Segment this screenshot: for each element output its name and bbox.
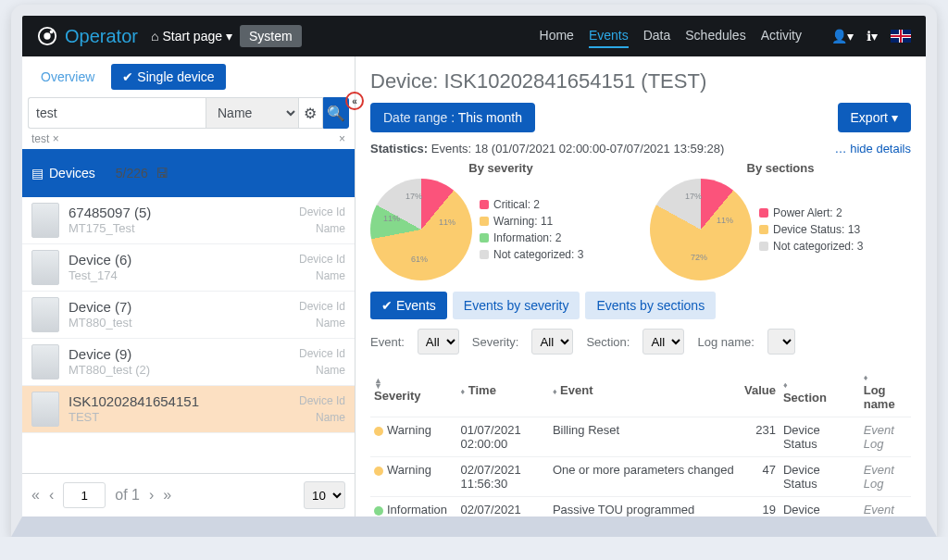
search-field-select[interactable]: Name: [206, 97, 298, 129]
chart-sections-title: By sections: [650, 161, 911, 175]
device-row[interactable]: Device (6)Test_174Device IdName: [22, 244, 355, 292]
device-thumb: [31, 392, 59, 427]
home-icon: ⌂: [151, 29, 158, 44]
legend-label: Warning: 11: [493, 215, 553, 228]
tab-events-by-severity[interactable]: Events by severity: [453, 292, 580, 319]
legend-swatch: [480, 217, 489, 226]
device-row[interactable]: ISK10202841654151TESTDevice IdName: [22, 386, 355, 433]
table-row[interactable]: Warning02/07/2021 11:56:30One or more pa…: [370, 457, 911, 497]
device-row[interactable]: Device (9)MT880_test (2)Device IdName: [22, 339, 355, 386]
filter-logname-select[interactable]: [767, 329, 795, 355]
gear-icon: ⚙: [304, 105, 317, 122]
tab-single-device[interactable]: ✔ Single device: [111, 64, 225, 90]
flag-uk-icon[interactable]: [891, 30, 911, 43]
device-name-label: Name: [316, 317, 345, 330]
tab-events[interactable]: ✔ Events: [370, 292, 447, 319]
filter-chip[interactable]: test ×: [31, 132, 59, 145]
tab-overview[interactable]: Overview: [30, 64, 106, 90]
nav-home[interactable]: Home: [540, 24, 574, 48]
main-nav: HomeEventsDataSchedulesActivity: [540, 24, 802, 48]
device-row[interactable]: 67485097 (5)MT175_TestDevice IdName: [22, 197, 355, 244]
export-label: Export: [851, 110, 888, 125]
devices-panel-header: ▤ Devices 5/226 🖫: [22, 149, 355, 197]
legend-swatch: [480, 200, 489, 209]
devices-panel-title: Devices: [49, 166, 95, 180]
check-icon: ✔: [122, 69, 133, 84]
tab-single-label: Single device: [137, 69, 214, 84]
legend-label: Not categorized: 3: [773, 240, 863, 253]
settings-button[interactable]: ⚙: [298, 97, 324, 129]
chart-severity-title: By severity: [370, 161, 631, 175]
col-section[interactable]: ♦Section: [780, 364, 860, 417]
date-range-button[interactable]: Date range : This month: [370, 103, 535, 132]
devices-list: 67485097 (5)MT175_TestDevice IdNameDevic…: [22, 197, 355, 473]
brand-logo: Operator: [37, 26, 138, 47]
topbar: Operator ⌂ Start page ▾ System HomeEvent…: [22, 16, 926, 56]
col-value[interactable]: Value: [741, 364, 780, 417]
device-sub: Test_174: [69, 268, 290, 283]
legend-swatch: [759, 208, 768, 218]
system-button[interactable]: System: [240, 25, 302, 47]
device-name-label: Name: [316, 364, 345, 377]
collapse-highlight[interactable]: «: [345, 92, 364, 110]
user-menu[interactable]: 👤▾: [831, 29, 854, 44]
device-row[interactable]: Device (7)MT880_testDevice IdName: [22, 292, 355, 339]
list-icon: ▤: [31, 166, 44, 180]
start-page-menu[interactable]: ⌂ Start page ▾: [151, 29, 232, 44]
info-menu[interactable]: ℹ▾: [867, 29, 878, 44]
tab-events-by-sections[interactable]: Events by sections: [585, 292, 716, 319]
pie-label: 72%: [691, 253, 707, 262]
device-sub: MT175_Test: [69, 221, 290, 236]
tab-events-label: Events: [396, 298, 436, 313]
legend-item: Information: 2: [480, 231, 583, 244]
filter-event-label: Event:: [370, 335, 405, 349]
date-range-label: Date range :: [383, 110, 455, 125]
pie-label: 11%: [439, 218, 455, 227]
legend-item: Device Status: 13: [759, 223, 863, 236]
legend-item: Not categorized: 3: [480, 248, 583, 261]
page-last-button[interactable]: »: [163, 487, 171, 504]
search-input[interactable]: [28, 97, 206, 129]
save-icon[interactable]: 🖫: [156, 166, 168, 180]
col-event[interactable]: ♦ Event: [549, 364, 741, 417]
device-id-label: Device Id: [299, 253, 345, 266]
nav-events[interactable]: Events: [589, 24, 629, 48]
table-row[interactable]: Warning01/07/2021 02:00:00Billing Reset2…: [370, 417, 911, 457]
table-row[interactable]: Information02/07/2021 11:56:31Passive TO…: [370, 497, 911, 517]
col-log[interactable]: ♦Log name: [860, 364, 911, 417]
page-input[interactable]: [63, 482, 106, 508]
legend-item: Warning: 11: [480, 215, 583, 228]
caret-down-icon: ▾: [226, 29, 232, 44]
filter-logname-label: Log name:: [697, 335, 754, 349]
device-sub: MT880_test (2): [69, 363, 290, 378]
device-thumb: [31, 344, 59, 380]
col-severity[interactable]: ▲▼Severity: [370, 364, 457, 417]
brand-icon: [37, 26, 57, 46]
hide-details-link[interactable]: … hide details: [835, 142, 911, 156]
page-title: Device: ISK10202841654151 (TEST): [370, 69, 911, 93]
device-title: Device (7): [69, 299, 290, 316]
page-size-select[interactable]: 10: [304, 481, 345, 509]
nav-schedules[interactable]: Schedules: [685, 24, 745, 48]
statistics-text: Statistics: Events: 18 (01/07/2021 02:00…: [370, 142, 724, 156]
col-time[interactable]: ♦ Time: [457, 364, 549, 417]
filter-event-select[interactable]: All: [418, 329, 459, 355]
legend-swatch: [759, 242, 768, 251]
nav-data[interactable]: Data: [643, 24, 671, 48]
brand-text: Operator: [65, 26, 138, 47]
page-prev-button[interactable]: ‹: [49, 487, 54, 504]
page-next-button[interactable]: ›: [149, 487, 154, 504]
chevron-left-icon: «: [352, 96, 357, 106]
pie-label: 17%: [685, 192, 702, 201]
nav-activity[interactable]: Activity: [761, 24, 802, 48]
legend-label: Critical: 2: [493, 198, 540, 211]
legend-swatch: [480, 250, 489, 259]
filter-severity-select[interactable]: All: [531, 329, 573, 355]
clear-filter-button[interactable]: ×: [339, 132, 345, 145]
legend-swatch: [759, 225, 768, 234]
severity-dot: [374, 506, 383, 516]
chart-by-severity: By severity 11% 61% 11% 17% Critical: 2W…: [370, 161, 631, 280]
filter-section-select[interactable]: All: [642, 329, 684, 355]
page-first-button[interactable]: «: [31, 487, 40, 504]
export-button[interactable]: Export ▾: [838, 103, 911, 132]
